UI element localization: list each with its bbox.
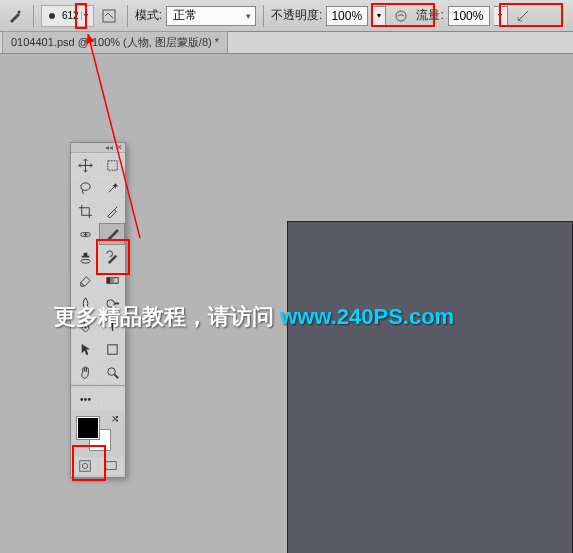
blend-mode-select[interactable]: 正常 <box>166 6 256 26</box>
brush-size-value: 612 <box>60 10 81 21</box>
svg-rect-21 <box>80 461 91 472</box>
svg-rect-6 <box>107 160 116 169</box>
eraser-tool[interactable] <box>72 269 98 291</box>
document-tab-bar: 0104401.psd @ 100% (人物, 图层蒙版/8) * <box>0 32 573 54</box>
svg-rect-23 <box>106 462 117 470</box>
healing-brush-tool[interactable] <box>72 223 98 245</box>
flow-value: 100% <box>453 9 484 23</box>
eyedropper-tool[interactable] <box>99 200 125 222</box>
svg-point-20 <box>87 398 90 401</box>
svg-rect-1 <box>103 10 115 22</box>
blend-mode-value: 正常 <box>173 7 197 24</box>
mode-label: 模式: <box>135 7 162 24</box>
close-icon[interactable]: ✕ <box>116 143 123 152</box>
document-title: 0104401.psd @ 100% (人物, 图层蒙版/8) * <box>11 36 219 48</box>
svg-point-7 <box>80 182 89 190</box>
zoom-tool[interactable] <box>99 361 125 383</box>
flow-label: 流量: <box>416 7 443 24</box>
opacity-value: 100% <box>331 9 362 23</box>
flow-input[interactable]: 100% <box>448 6 490 26</box>
chevron-down-icon[interactable]: ▾ <box>81 11 91 20</box>
svg-point-4 <box>520 20 521 21</box>
airbrush-icon[interactable] <box>512 5 534 27</box>
svg-point-3 <box>518 19 520 21</box>
svg-point-17 <box>107 367 115 375</box>
gradient-tool[interactable] <box>99 269 125 291</box>
svg-point-5 <box>517 17 518 18</box>
edit-toolbar-tool[interactable] <box>72 388 98 410</box>
svg-rect-11 <box>106 277 110 283</box>
shape-tool[interactable] <box>99 338 125 360</box>
brush-size-picker[interactable]: 612 ▾ <box>41 5 94 27</box>
crop-tool[interactable] <box>72 200 98 222</box>
svg-point-18 <box>80 398 83 401</box>
brush-panel-toggle-icon[interactable] <box>98 5 120 27</box>
foreground-color-swatch[interactable] <box>77 417 99 439</box>
watermark: 更多精品教程，请访问 www.240PS.com <box>54 302 454 332</box>
screen-mode-tool[interactable] <box>99 388 125 410</box>
lasso-tool[interactable] <box>72 177 98 199</box>
svg-rect-16 <box>107 344 116 353</box>
document-canvas[interactable] <box>287 221 573 553</box>
svg-rect-12 <box>110 277 114 283</box>
watermark-text: 更多精品教程，请访问 <box>54 304 280 329</box>
clone-stamp-tool[interactable] <box>72 246 98 268</box>
pressure-opacity-icon[interactable] <box>390 5 412 27</box>
tools-panel-header: ◂◂ ✕ <box>71 143 125 153</box>
collapse-icon[interactable]: ◂◂ <box>105 143 113 152</box>
screenmode-icon[interactable] <box>99 457 124 475</box>
path-selection-tool[interactable] <box>72 338 98 360</box>
color-swatches: ⤭ <box>71 411 125 455</box>
opacity-label: 不透明度: <box>271 7 322 24</box>
opacity-input[interactable]: 100% <box>326 6 368 26</box>
brush-tool[interactable] <box>99 223 125 245</box>
history-brush-tool[interactable] <box>99 246 125 268</box>
svg-point-9 <box>80 259 89 263</box>
document-tab[interactable]: 0104401.psd @ 100% (人物, 图层蒙版/8) * <box>2 31 228 53</box>
flow-dropdown[interactable]: ▾ <box>494 6 508 26</box>
svg-point-0 <box>18 10 21 13</box>
brush-preview-icon <box>44 8 60 24</box>
marquee-tool[interactable] <box>99 154 125 176</box>
swap-colors-icon[interactable]: ⤭ <box>111 413 119 424</box>
hand-tool[interactable] <box>72 361 98 383</box>
quickmask-icon[interactable] <box>73 457 98 475</box>
svg-point-22 <box>83 463 88 468</box>
svg-point-2 <box>396 11 406 21</box>
move-tool[interactable] <box>72 154 98 176</box>
magic-wand-tool[interactable] <box>99 177 125 199</box>
svg-point-19 <box>84 398 87 401</box>
watermark-link[interactable]: www.240PS.com <box>280 304 454 329</box>
opacity-dropdown[interactable]: ▾ <box>372 6 386 26</box>
options-bar: 612 ▾ 模式: 正常 不透明度: 100% ▾ 流量: 100% ▾ <box>0 0 573 32</box>
tool-preset-icon[interactable] <box>4 5 26 27</box>
